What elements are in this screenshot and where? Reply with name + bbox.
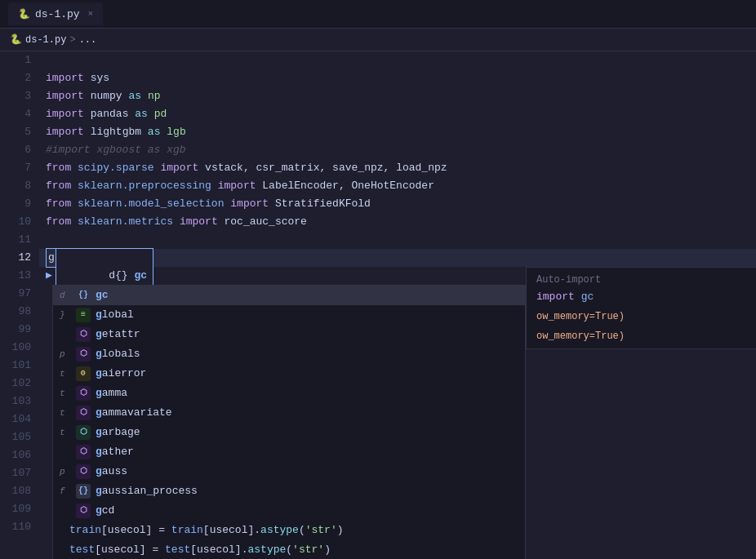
line-num-109: 109 (0, 500, 31, 518)
tab-file-icon: 🐍 (18, 8, 30, 20)
title-bar: 🐍 ds-1.py × (0, 0, 756, 29)
file-tab[interactable]: 🐍 ds-1.py × (8, 2, 103, 25)
line-num-104: 104 (0, 410, 31, 428)
keyword-import: import (46, 69, 84, 87)
class-icon: ⬡ (76, 386, 91, 401)
code-line-10: from sklearn.metrics import roc_auc_scor… (39, 213, 756, 231)
line-num-107: 107 (0, 464, 31, 482)
autocomplete-item-line108: train[usecol] = train[usecol].astype('st… (53, 521, 525, 540)
panel-extra-2: ow_memory=True) (536, 331, 756, 342)
autocomplete-item-gammavariate[interactable]: t ⬡ gammavariate (53, 403, 525, 423)
line-num-99: 99 (0, 321, 31, 339)
code-line-9: from sklearn.model_selection import Stra… (39, 195, 756, 213)
line-num-100: 100 (0, 339, 31, 357)
code-line-7: from scipy.sparse import vstack, csr_mat… (39, 159, 756, 177)
autocomplete-item-getattr[interactable]: ⬡ getattr (53, 325, 525, 344)
class-icon: ⬡ (76, 347, 91, 362)
line-num-98: 98 (0, 303, 31, 321)
autocomplete-item-gauss[interactable]: p ⬡ gauss (53, 462, 525, 481)
line-num-106: 106 (0, 446, 31, 464)
autocomplete-item-gather[interactable]: ⬡ gather (53, 442, 525, 462)
breadcrumb-file: ds-1.py (25, 34, 66, 46)
panel-title: Auto-import (536, 274, 756, 286)
tab-close-button[interactable]: × (88, 9, 94, 19)
autocomplete-item-line109: test[usecol] = test[usecol].astype('str'… (53, 540, 525, 559)
code-line-1 (39, 51, 756, 69)
breadcrumb: 🐍 ds-1.py > ... (0, 29, 756, 51)
line-num-13: 13 (0, 267, 31, 285)
line-num-2: 2 (0, 69, 31, 87)
autocomplete-item-gcd[interactable]: ⬡ gcd (53, 501, 525, 521)
code-line-4: import pandas as pd (39, 105, 756, 123)
line-num-101: 101 (0, 357, 31, 375)
class-icon: ⬡ (76, 425, 91, 440)
code-line-3: import numpy as np (39, 87, 756, 105)
tab-label: ds-1.py (35, 8, 80, 20)
code-content[interactable]: import sys import numpy as np import pan… (39, 51, 756, 559)
line-num-110: 110 (0, 518, 31, 536)
line-num-10: 10 (0, 213, 31, 231)
autocomplete-item-garbage[interactable]: t ⬡ garbage (53, 423, 525, 442)
namespace-icon: ≡ (76, 308, 91, 322)
class-icon: ⬡ (76, 445, 91, 459)
breadcrumb-file-icon: 🐍 (10, 33, 22, 46)
line-num-105: 105 (0, 428, 31, 446)
line-numbers: 1 2 3 4 5 6 7 8 9 10 11 12 13 97 98 99 1… (0, 51, 39, 559)
breadcrumb-separator: > (69, 34, 75, 46)
auto-import-panel: Auto-import import gc ow_memory=True) ow… (526, 267, 756, 349)
line-num-6: 6 (0, 141, 31, 159)
line-num-9: 9 (0, 195, 31, 213)
autocomplete-item-gc[interactable]: d {} gc (53, 286, 525, 305)
chevron-icon: ▶ (46, 267, 52, 285)
code-line-8: from sklearn.preprocessing import LabelE… (39, 177, 756, 195)
keyword-import: import (46, 105, 84, 123)
module-icon: {} (76, 288, 91, 303)
code-line-2: import sys (39, 69, 756, 87)
autocomplete-item-global[interactable]: } ≡ global (53, 305, 525, 325)
keyword-import: import (46, 87, 84, 105)
line-num-7: 7 (0, 159, 31, 177)
line-num-11: 11 (0, 231, 31, 249)
module-icon: {} (76, 484, 91, 499)
code-line-6: #import xgboost as xgb (39, 141, 756, 159)
autocomplete-item-gamma[interactable]: t ⬡ gamma (53, 384, 525, 403)
line-num-8: 8 (0, 177, 31, 195)
line-num-5: 5 (0, 123, 31, 141)
panel-import-code: import gc (536, 291, 756, 303)
class-icon: ⬡ (76, 504, 91, 518)
class-icon: ⬡ (76, 464, 91, 479)
autocomplete-item-gaussian-process[interactable]: f {} gaussian_process (53, 481, 525, 501)
class-icon: ⬡ (76, 406, 91, 420)
code-line-5: import lightgbm as lgb (39, 123, 756, 141)
autocomplete-dropdown[interactable]: d {} gc } ≡ global ⬡ getattr p ⬡ globals (52, 285, 526, 559)
line-num-3: 3 (0, 87, 31, 105)
line-num-12: 12 (0, 249, 31, 267)
autocomplete-item-globals[interactable]: p ⬡ globals (53, 344, 525, 364)
line-num-1: 1 (0, 51, 31, 69)
code-line-11 (39, 231, 756, 249)
line-num-103: 103 (0, 393, 31, 410)
class-icon: ⬡ (76, 327, 91, 342)
autocomplete-item-gaierror[interactable]: t ⚙ gaierror (53, 364, 525, 384)
breadcrumb-rest: ... (79, 34, 97, 46)
line-num-97: 97 (0, 285, 31, 303)
keyword-import: import (46, 123, 84, 141)
line-num-102: 102 (0, 375, 31, 393)
panel-extra-1: ow_memory=True) (536, 311, 756, 322)
var-icon: ⚙ (76, 366, 91, 381)
editor: 1 2 3 4 5 6 7 8 9 10 11 12 13 97 98 99 1… (0, 51, 756, 559)
line-num-108: 108 (0, 482, 31, 500)
line-num-4: 4 (0, 105, 31, 123)
